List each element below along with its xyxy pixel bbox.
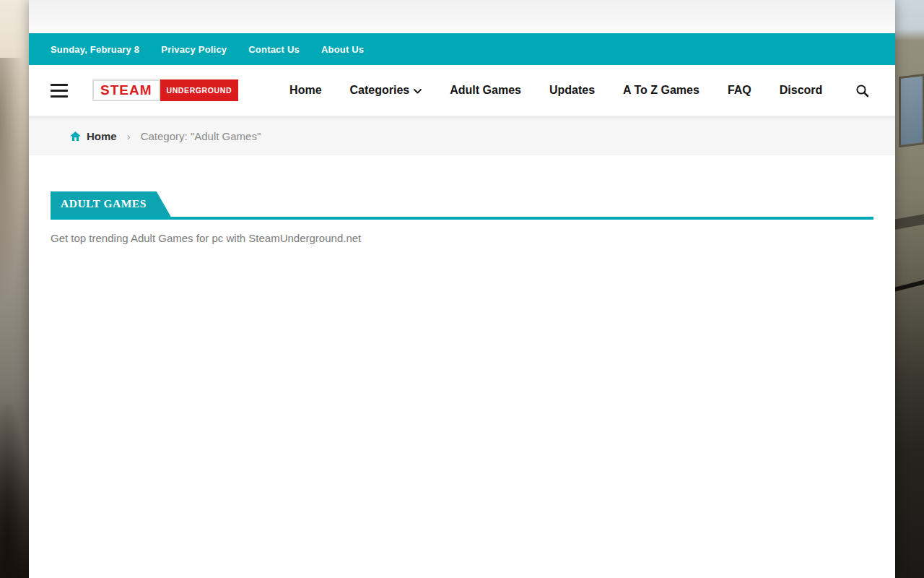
background-art-right xyxy=(895,0,924,578)
nav-item-faq[interactable]: FAQ xyxy=(728,84,751,97)
background-ledge xyxy=(895,214,924,230)
search-button[interactable] xyxy=(855,84,873,98)
topbar-link-contact-us[interactable]: Contact Us xyxy=(248,44,300,55)
main-content: ADULT GAMES Get top trending Adult Games… xyxy=(29,155,895,578)
search-icon xyxy=(855,84,869,98)
background-shadow xyxy=(0,405,29,578)
breadcrumb-current: Category: "Adult Games" xyxy=(141,130,261,142)
nav-label: Discord xyxy=(780,84,823,97)
breadcrumb-home-link[interactable]: Home xyxy=(70,130,117,142)
section-description: Get top trending Adult Games for pc with… xyxy=(51,232,873,244)
logo-steam-text: STEAM xyxy=(92,79,160,101)
nav-label: FAQ xyxy=(728,84,751,97)
breadcrumb-separator: › xyxy=(127,130,131,142)
background-art-left xyxy=(0,0,29,578)
nav-item-a-to-z-games[interactable]: A To Z Games xyxy=(623,84,699,97)
chevron-down-icon xyxy=(414,89,422,94)
nav-label: Adult Games xyxy=(450,84,521,97)
top-strip xyxy=(29,0,895,33)
section-title-rule xyxy=(51,217,873,220)
main-header: STEAM UNDERGROUND Home Categories Adult … xyxy=(29,65,895,116)
background-silhouette xyxy=(0,58,25,303)
main-nav: Home Categories Adult Games Updates A To… xyxy=(289,84,822,97)
background-window xyxy=(899,74,924,147)
topbar: Sunday, February 8 Privacy Policy Contac… xyxy=(29,33,895,65)
breadcrumb-home-label: Home xyxy=(87,130,117,142)
section-header: ADULT GAMES xyxy=(51,191,873,220)
nav-item-discord[interactable]: Discord xyxy=(780,84,823,97)
nav-item-categories[interactable]: Categories xyxy=(350,84,422,97)
nav-item-updates[interactable]: Updates xyxy=(549,84,595,97)
nav-label: Home xyxy=(289,84,321,97)
topbar-link-about-us[interactable]: About Us xyxy=(321,44,364,55)
nav-label: A To Z Games xyxy=(623,84,699,97)
breadcrumb: Home › Category: "Adult Games" xyxy=(29,116,895,155)
topbar-date: Sunday, February 8 xyxy=(51,44,139,55)
logo-underground-text: UNDERGROUND xyxy=(160,79,239,101)
background-beam xyxy=(895,278,924,293)
home-icon xyxy=(70,131,81,141)
menu-icon[interactable] xyxy=(51,84,68,98)
nav-label: Categories xyxy=(350,84,410,97)
nav-label: Updates xyxy=(549,84,595,97)
page-container: Sunday, February 8 Privacy Policy Contac… xyxy=(29,0,895,578)
nav-item-home[interactable]: Home xyxy=(289,84,321,97)
section-title-badge: ADULT GAMES xyxy=(51,191,171,217)
site-logo[interactable]: STEAM UNDERGROUND xyxy=(92,79,238,101)
topbar-link-privacy-policy[interactable]: Privacy Policy xyxy=(161,44,227,55)
nav-item-adult-games[interactable]: Adult Games xyxy=(450,84,521,97)
